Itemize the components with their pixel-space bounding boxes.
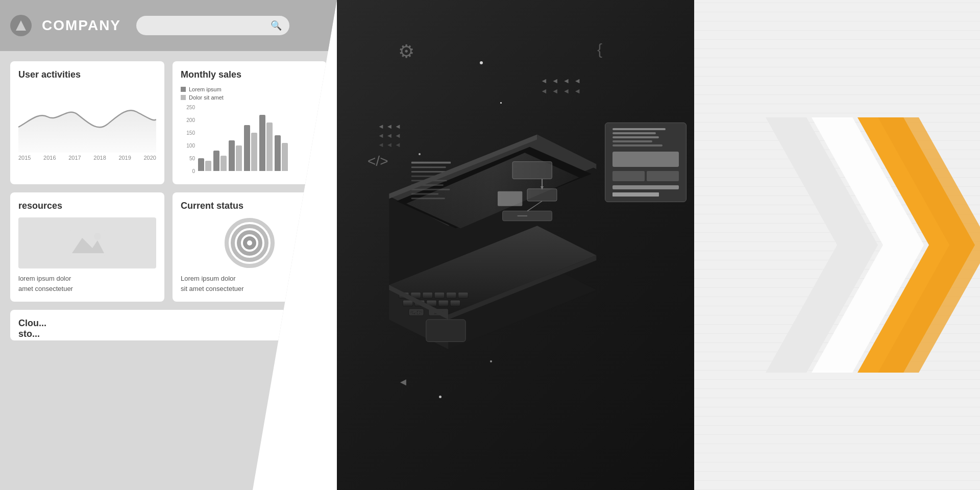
logo bbox=[10, 15, 32, 36]
laptop-svg: <0 1> enter bbox=[350, 112, 646, 369]
bar bbox=[236, 145, 242, 171]
current-status-card: Current status Lorem ipsum dolor sit ame… bbox=[173, 192, 327, 302]
bar bbox=[251, 133, 257, 171]
svg-rect-41 bbox=[438, 300, 448, 306]
dashboard-content: User activities bbox=[0, 51, 337, 351]
svg-rect-15 bbox=[411, 166, 446, 168]
bar bbox=[229, 140, 235, 171]
middle-panel: ⚙ { ◄ ◄ ◄ ◄ ◄ ◄ ◄ ◄ </> ◄ ◄ ◄ ◄ ◄ ◄ ◄ ◄ … bbox=[337, 0, 694, 490]
user-activities-title: User activities bbox=[18, 69, 156, 80]
svg-rect-47 bbox=[426, 320, 465, 341]
arrows-right-icon: ◄ ◄ ◄ ◄ ◄ ◄ ◄ ◄ bbox=[541, 77, 582, 95]
chevrons-svg bbox=[735, 66, 980, 424]
bar bbox=[198, 158, 204, 171]
resources-line1: lorem ipsum dolor bbox=[18, 275, 71, 282]
svg-point-6 bbox=[245, 238, 254, 248]
svg-point-2 bbox=[94, 233, 101, 240]
legend-dot-1 bbox=[181, 87, 186, 92]
current-status-title: Current status bbox=[181, 201, 318, 211]
particle bbox=[439, 396, 442, 398]
bar bbox=[213, 151, 219, 171]
particle bbox=[500, 102, 502, 104]
svg-rect-42 bbox=[450, 300, 460, 306]
bar-group-6 bbox=[275, 135, 288, 171]
monthly-sales-card: Monthly sales Lorem ipsum Dolor sit amet… bbox=[173, 61, 327, 184]
legend-item-1: Lorem ipsum bbox=[181, 86, 318, 92]
svg-rect-36 bbox=[446, 292, 456, 299]
bar-group-2 bbox=[213, 151, 227, 171]
status-line2: sit amet consectetuer bbox=[181, 285, 244, 292]
mountain-icon bbox=[69, 230, 105, 256]
search-icon: 🔍 bbox=[271, 20, 282, 31]
bar bbox=[205, 161, 211, 171]
bar bbox=[266, 122, 273, 171]
floating-panel-1 bbox=[605, 122, 687, 202]
bar-group-3 bbox=[229, 140, 242, 171]
svg-rect-38 bbox=[403, 300, 412, 306]
resources-card: resources lorem ipsum dolor amet consect… bbox=[10, 192, 164, 302]
svg-rect-37 bbox=[458, 292, 468, 299]
bars bbox=[198, 105, 288, 171]
bar bbox=[220, 156, 227, 171]
chart-legend: Lorem ipsum Dolor sit amet bbox=[181, 86, 318, 101]
svg-point-5 bbox=[239, 232, 260, 254]
svg-rect-14 bbox=[411, 162, 451, 164]
curly-bracket-icon: { bbox=[597, 41, 602, 58]
resources-text: lorem ipsum dolor amet consectetuer bbox=[18, 274, 156, 293]
bar bbox=[275, 135, 281, 171]
svg-text:<0 1>: <0 1> bbox=[410, 310, 422, 315]
legend-label-1: Lorem ipsum bbox=[189, 86, 222, 92]
particle bbox=[480, 61, 483, 64]
bar-group-1 bbox=[198, 158, 211, 171]
chart-years: 2015 2016 2017 2018 2019 2020 bbox=[18, 155, 156, 161]
cursor-icon: ◄ bbox=[398, 376, 408, 388]
cloud-title: Clou... sto... bbox=[18, 318, 318, 339]
bar bbox=[259, 115, 265, 171]
bar-chart: 250 200 150 100 50 0 bbox=[181, 105, 318, 176]
bar bbox=[282, 143, 288, 171]
placeholder-image bbox=[18, 217, 156, 268]
user-activities-card: User activities bbox=[10, 61, 164, 184]
resources-line2: amet consectetuer bbox=[18, 285, 73, 292]
line-chart bbox=[18, 86, 156, 153]
svg-rect-34 bbox=[423, 292, 432, 299]
gear-icon: ⚙ bbox=[398, 41, 414, 62]
bar bbox=[244, 125, 250, 171]
resources-title: resources bbox=[18, 201, 156, 211]
radial-chart bbox=[224, 217, 275, 268]
left-panel: COMPANY 🔍 User activities bbox=[0, 0, 337, 490]
cloud-card: Clou... sto... bbox=[10, 310, 327, 340]
company-name: COMPANY bbox=[42, 17, 121, 34]
status-line1: Lorem ipsum dolor bbox=[181, 275, 236, 282]
right-panel bbox=[694, 0, 980, 490]
search-bar[interactable]: 🔍 bbox=[136, 16, 289, 35]
laptop-3d: <0 1> enter bbox=[350, 112, 646, 378]
dashboard-header: COMPANY 🔍 bbox=[0, 0, 337, 51]
legend-label-2: Dolor sit amet bbox=[189, 94, 224, 101]
legend-item-2: Dolor sit amet bbox=[181, 94, 318, 101]
monthly-sales-title: Monthly sales bbox=[181, 69, 318, 80]
status-text: Lorem ipsum dolor sit amet consectetuer bbox=[181, 274, 318, 293]
legend-dot-2 bbox=[181, 95, 186, 100]
target-circles bbox=[224, 217, 275, 268]
svg-rect-35 bbox=[434, 292, 444, 299]
bar-group-4 bbox=[244, 125, 257, 171]
bar-group-5 bbox=[259, 115, 273, 171]
y-axis: 250 200 150 100 50 0 bbox=[181, 105, 195, 176]
